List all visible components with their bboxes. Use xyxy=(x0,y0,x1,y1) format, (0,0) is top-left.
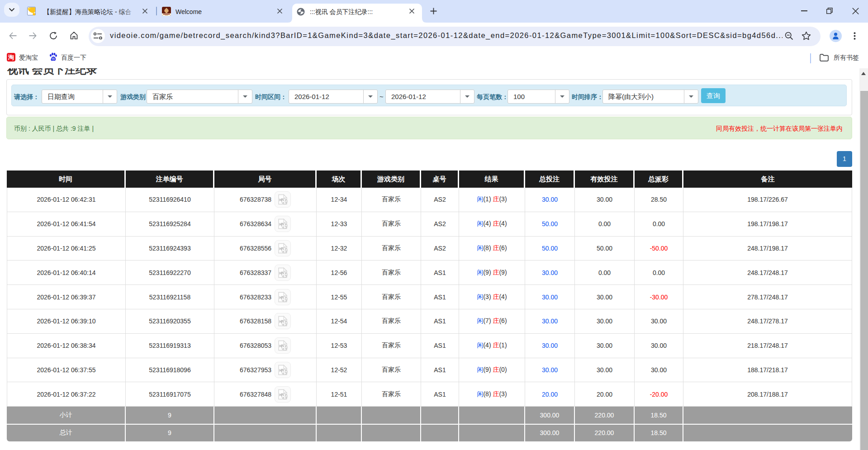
svg-text:du: du xyxy=(52,57,55,60)
